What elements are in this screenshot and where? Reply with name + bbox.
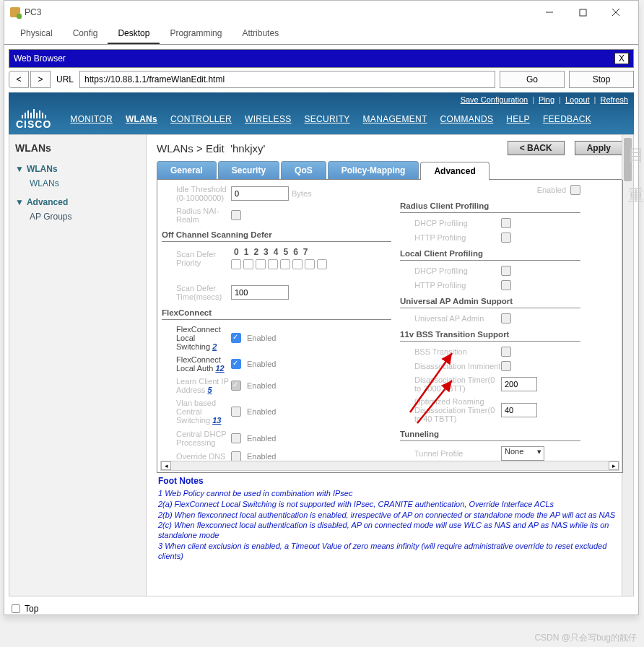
- ping-link[interactable]: Ping: [539, 95, 554, 104]
- nav-wireless[interactable]: WIRELESS: [245, 114, 291, 124]
- idle-threshold-input[interactable]: [231, 186, 289, 201]
- tab-physical[interactable]: Physical: [10, 24, 63, 44]
- nav-commands[interactable]: COMMANDS: [440, 114, 494, 124]
- universal-ap-checkbox[interactable]: [501, 313, 511, 324]
- decorative-text: 目重: [628, 144, 644, 207]
- section-flexconnect: FlexConnect: [162, 306, 391, 320]
- breadcrumb: WLANs > Edit 'hnkjxy': [157, 142, 265, 155]
- tab-config[interactable]: Config: [63, 24, 108, 44]
- learn-ip-checkbox: [231, 381, 241, 391]
- disassoc-imminent-checkbox[interactable]: [501, 361, 511, 371]
- nav-security[interactable]: SECURITY: [305, 114, 350, 124]
- disassoc-timer-input[interactable]: [501, 377, 537, 391]
- section-local-profiling: Local Client Profiling: [400, 247, 580, 261]
- title-bar: PC3: [4, 1, 638, 24]
- cisco-top-links: Save Configuration| Ping| Logout| Refres…: [9, 92, 634, 107]
- logout-link[interactable]: Logout: [565, 95, 590, 104]
- url-input[interactable]: [79, 71, 495, 88]
- sidebar-heading: WLANs: [15, 142, 140, 154]
- nav-monitor[interactable]: MONITOR: [70, 114, 113, 124]
- svg-rect-1: [580, 9, 586, 16]
- nav-help[interactable]: HELP: [506, 114, 530, 124]
- central-dhcp-checkbox[interactable]: [231, 433, 241, 443]
- section-universal-ap: Universal AP Admin Support: [400, 295, 580, 308]
- sidebar-item-advanced[interactable]: ▼Advanced: [15, 194, 140, 210]
- status-bar: Top: [4, 601, 638, 617]
- back-page-button[interactable]: < BACK: [508, 141, 565, 155]
- local-http-profiling-checkbox[interactable]: [501, 280, 511, 290]
- section-11v: 11v BSS Transition Support: [400, 328, 580, 342]
- section-radius-profiling: Radius Client Profiling: [400, 199, 580, 213]
- top-label: Top: [25, 604, 38, 614]
- close-button[interactable]: [599, 2, 632, 22]
- sidebar: WLANs ▼WLANs WLANs ▼Advanced AP Groups: [9, 135, 147, 596]
- vlan-switch-checkbox[interactable]: [231, 407, 241, 417]
- stop-button[interactable]: Stop: [569, 71, 634, 88]
- nav-wlans[interactable]: WLANs: [126, 114, 157, 124]
- dhcp-profiling-checkbox[interactable]: [501, 218, 511, 228]
- apply-button[interactable]: Apply: [575, 141, 623, 155]
- url-label: URL: [56, 74, 74, 84]
- app-tabs: Physical Config Desktop Programming Attr…: [4, 24, 638, 45]
- window-title: PC3: [25, 7, 41, 17]
- maximize-button[interactable]: [566, 2, 599, 22]
- tab-attributes[interactable]: Attributes: [232, 24, 289, 44]
- back-button[interactable]: <: [9, 71, 29, 88]
- app-icon: [10, 7, 20, 17]
- bss-transition-checkbox[interactable]: [501, 347, 511, 357]
- horizontal-scrollbar[interactable]: ◂▸: [160, 461, 619, 471]
- tunnel-profile-select[interactable]: None: [501, 446, 544, 461]
- http-profiling-checkbox[interactable]: [501, 233, 511, 243]
- browser-close-button[interactable]: X: [614, 53, 629, 64]
- override-dns-checkbox[interactable]: [231, 451, 241, 461]
- forward-button[interactable]: >: [30, 71, 51, 88]
- subtab-qos[interactable]: QoS: [281, 161, 326, 179]
- nav-management[interactable]: MANAGEMENT: [363, 114, 427, 124]
- radius-nai-checkbox[interactable]: [231, 210, 241, 220]
- go-button[interactable]: Go: [500, 71, 565, 88]
- watermark: CSDN @只会写bug的靓仔: [534, 632, 637, 644]
- tab-programming[interactable]: Programming: [160, 24, 232, 44]
- cisco-logo: CISCO: [16, 108, 57, 130]
- pre-enabled-checkbox[interactable]: [570, 185, 580, 195]
- sidebar-sub-apgroups[interactable]: AP Groups: [15, 210, 140, 227]
- foot-notes: Foot Notes 1 Web Policy cannot be used i…: [157, 473, 623, 565]
- browser-title-bar: Web Browser X: [9, 49, 634, 68]
- subtab-advanced[interactable]: Advanced: [420, 162, 489, 180]
- opt-roam-timer-input[interactable]: [501, 403, 537, 417]
- section-tunneling: Tunneling: [400, 427, 580, 441]
- refresh-link[interactable]: Refresh: [600, 95, 628, 104]
- sidebar-item-wlans[interactable]: ▼WLANs: [15, 161, 140, 177]
- local-dhcp-profiling-checkbox[interactable]: [501, 266, 511, 276]
- scan-defer-time-input[interactable]: [231, 285, 289, 300]
- subtab-security[interactable]: Security: [218, 161, 279, 179]
- save-config-link[interactable]: Save Configuration: [461, 95, 528, 104]
- nav-controller[interactable]: CONTROLLER: [170, 114, 232, 124]
- subtab-policy-mapping[interactable]: Policy-Mapping: [328, 161, 419, 179]
- browser-title: Web Browser: [14, 53, 66, 64]
- subtab-general[interactable]: General: [157, 161, 217, 179]
- top-checkbox[interactable]: [12, 604, 20, 613]
- sidebar-sub-wlans[interactable]: WLANs: [15, 177, 140, 194]
- flex-switching-checkbox[interactable]: [231, 333, 241, 343]
- nav-feedback[interactable]: FEEDBACK: [543, 114, 591, 124]
- minimize-button[interactable]: [533, 2, 566, 22]
- section-off-channel: Off Channel Scanning Defer: [162, 228, 391, 242]
- flex-auth-checkbox[interactable]: [231, 359, 241, 369]
- tab-desktop[interactable]: Desktop: [108, 24, 160, 44]
